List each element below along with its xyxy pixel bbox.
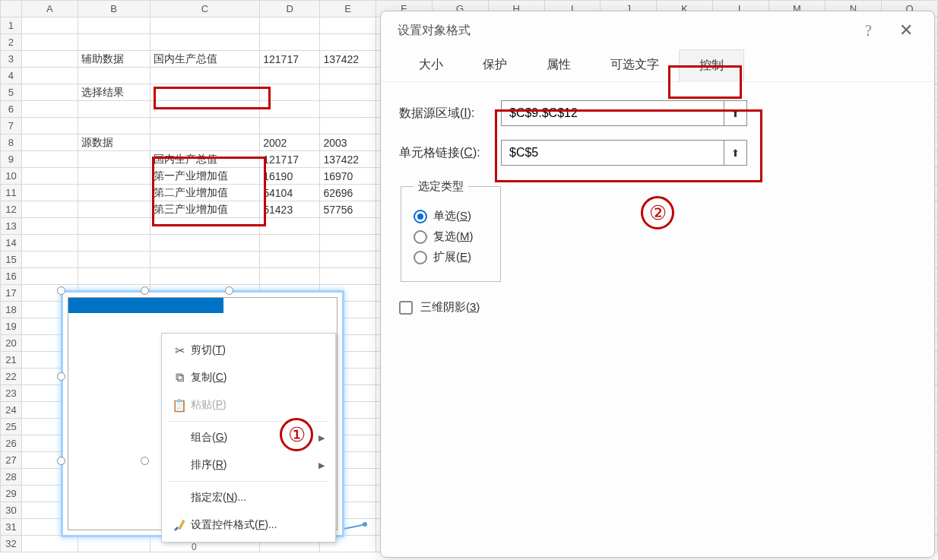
resize-handle[interactable] <box>57 286 65 295</box>
cell[interactable]: 54104 <box>260 185 320 201</box>
checkbox-3d-shadow[interactable]: 三维阴影(3) <box>399 300 916 315</box>
row-header[interactable]: 32 <box>1 536 22 552</box>
cell[interactable]: 国内生产总值 <box>150 51 260 68</box>
range-picker-icon[interactable]: ⬆ <box>724 141 746 165</box>
col-header[interactable]: C <box>150 1 260 17</box>
tab-control[interactable]: 控制 <box>679 49 744 81</box>
row-header[interactable]: 22 <box>1 369 22 385</box>
row-header[interactable]: 6 <box>1 101 22 118</box>
menu-label: 设置控件格式(F)... <box>191 518 325 532</box>
row-header[interactable]: 29 <box>1 486 22 502</box>
help-icon[interactable]: ? <box>865 22 872 40</box>
tab-size[interactable]: 大小 <box>399 49 463 81</box>
row-header[interactable]: 12 <box>1 201 22 218</box>
resize-handle[interactable] <box>141 457 149 465</box>
row-header[interactable]: 18 <box>1 302 22 318</box>
menu-sort[interactable]: 排序(R) ▶ <box>162 451 335 479</box>
ref-input-source[interactable]: ⬆ <box>501 100 747 126</box>
cell[interactable]: 第一产业增加值 <box>150 168 260 185</box>
cell[interactable]: 16970 <box>320 168 376 185</box>
cell[interactable]: 第三产业增加值 <box>150 201 260 218</box>
menu-assign-macro[interactable]: 指定宏(N)... <box>162 484 335 511</box>
dialog-title: 设置对象格式 <box>398 23 471 39</box>
radio-multi[interactable]: 复选(M) <box>414 229 488 244</box>
row-header[interactable]: 1 <box>1 17 22 34</box>
resize-handle[interactable] <box>225 286 233 295</box>
menu-separator <box>168 421 329 422</box>
row-header[interactable]: 27 <box>1 452 22 469</box>
tab-alt-text[interactable]: 可选文字 <box>591 49 679 81</box>
ref-input-link[interactable]: ⬆ <box>501 140 747 166</box>
cell[interactable]: 源数据 <box>78 134 150 151</box>
row-header[interactable]: 14 <box>1 235 22 252</box>
cell[interactable]: 62696 <box>320 185 376 201</box>
cell[interactable]: 辅助数据 <box>78 51 150 68</box>
dialog-tabs: 大小 保护 属性 可选文字 控制 <box>381 49 934 82</box>
radio-icon <box>414 251 427 264</box>
resize-handle[interactable] <box>57 372 65 381</box>
row-header[interactable]: 10 <box>1 168 22 185</box>
cell[interactable]: 137422 <box>320 151 376 168</box>
resize-handle[interactable] <box>141 286 149 295</box>
row-header[interactable]: 21 <box>1 352 22 369</box>
cell[interactable]: 137422 <box>320 51 376 68</box>
menu-cut[interactable]: ✂ 剪切(T) <box>162 337 335 364</box>
row-header[interactable]: 16 <box>1 268 22 285</box>
cell[interactable]: 57756 <box>320 201 376 218</box>
col-header[interactable]: E <box>320 1 376 17</box>
row-header[interactable]: 9 <box>1 151 22 168</box>
row-header[interactable]: 24 <box>1 402 22 419</box>
input-source-range[interactable] <box>502 106 724 120</box>
corner-cell[interactable] <box>1 1 22 17</box>
row-header[interactable]: 13 <box>1 218 22 235</box>
context-menu: ✂ 剪切(T) ⧉ 复制(C) 📋 粘贴(P) 组合(G) ▶ 排序(R) ▶ … <box>161 333 336 543</box>
menu-copy[interactable]: ⧉ 复制(C) <box>162 364 335 391</box>
menu-label: 粘贴(P) <box>191 398 325 412</box>
tab-protect[interactable]: 保护 <box>463 49 527 81</box>
radio-extend[interactable]: 扩展(E) <box>414 250 488 264</box>
row-header[interactable]: 15 <box>1 252 22 268</box>
close-icon[interactable]: ✕ <box>895 21 917 40</box>
resize-handle[interactable] <box>57 457 65 465</box>
row-header[interactable]: 2 <box>1 34 22 51</box>
cell[interactable]: 121717 <box>260 151 320 168</box>
row-header[interactable]: 4 <box>1 68 22 84</box>
cell[interactable]: 51423 <box>260 201 320 218</box>
cell[interactable]: 2003 <box>320 134 376 151</box>
copy-icon: ⧉ <box>168 371 191 384</box>
cell[interactable]: 16190 <box>260 168 320 185</box>
cell[interactable]: 选择结果 <box>78 84 150 101</box>
tab-properties[interactable]: 属性 <box>527 49 591 81</box>
cell[interactable]: 2002 <box>260 134 320 151</box>
cell[interactable]: 第二产业增加值 <box>150 185 260 201</box>
row-header[interactable]: 28 <box>1 469 22 486</box>
cell[interactable]: 国内生产总值 <box>150 151 260 168</box>
row-header[interactable]: 7 <box>1 118 22 134</box>
listbox-selected-item[interactable] <box>68 298 223 313</box>
input-cell-link[interactable] <box>502 146 724 160</box>
row-header[interactable]: 5 <box>1 84 22 101</box>
row-header[interactable]: 23 <box>1 385 22 402</box>
menu-group[interactable]: 组合(G) ▶ <box>162 424 335 451</box>
col-header[interactable]: B <box>78 1 150 17</box>
dialog-titlebar[interactable]: 设置对象格式 ? ✕ <box>381 11 934 49</box>
row-header[interactable]: 31 <box>1 519 22 536</box>
row-header[interactable]: 17 <box>1 285 22 302</box>
col-header[interactable]: A <box>21 1 78 17</box>
col-header[interactable]: D <box>260 1 320 17</box>
radio-single[interactable]: 单选(S) <box>414 209 488 223</box>
menu-format-control[interactable]: 设置控件格式(F)... <box>162 511 335 539</box>
cell[interactable] <box>150 84 260 101</box>
row-header[interactable]: 20 <box>1 335 22 352</box>
field-label: 数据源区域(I): <box>399 106 490 122</box>
field-source-range: 数据源区域(I): ⬆ <box>399 100 916 126</box>
cell[interactable]: 121717 <box>260 51 320 68</box>
row-header[interactable]: 11 <box>1 185 22 201</box>
row-header[interactable]: 19 <box>1 318 22 335</box>
row-header[interactable]: 26 <box>1 435 22 452</box>
row-header[interactable]: 3 <box>1 51 22 68</box>
row-header[interactable]: 30 <box>1 502 22 519</box>
range-picker-icon[interactable]: ⬆ <box>724 101 746 125</box>
row-header[interactable]: 25 <box>1 419 22 435</box>
row-header[interactable]: 8 <box>1 134 22 151</box>
